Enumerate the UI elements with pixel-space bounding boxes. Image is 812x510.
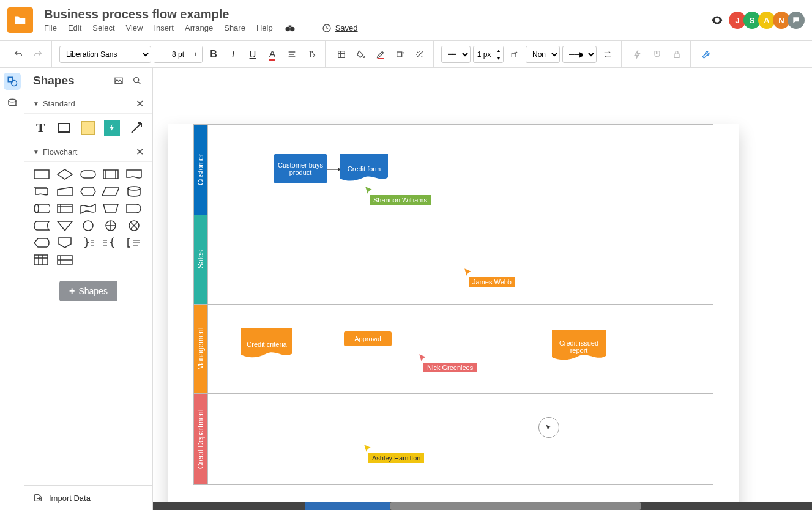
document-shape[interactable]	[125, 168, 143, 180]
lane-label[interactable]: Sales	[194, 215, 207, 304]
canvas[interactable]: Customer Customer buys product Credit fo…	[153, 68, 812, 510]
fill-color-button[interactable]	[352, 46, 370, 63]
lane-management[interactable]: Management Credit criteria Approval	[194, 305, 713, 394]
menu-select[interactable]: Select	[92, 23, 114, 32]
text-color-button[interactable]: A	[264, 46, 281, 63]
direct-data-shape[interactable]	[33, 202, 50, 215]
terminator-shape[interactable]	[80, 168, 97, 180]
search-shapes-button[interactable]	[130, 74, 144, 87]
offpage-shape[interactable]	[56, 237, 73, 249]
node-credit-issued[interactable]: Credit issued report	[552, 330, 606, 363]
font-size-input[interactable]	[166, 46, 190, 62]
image-library-button[interactable]	[112, 74, 125, 87]
arrow-start-select[interactable]: None	[526, 46, 560, 63]
brace-right-shape[interactable]	[80, 237, 97, 249]
manual-input-shape[interactable]	[56, 185, 73, 198]
note-shape[interactable]	[81, 120, 96, 136]
magic-button[interactable]	[411, 46, 428, 63]
connector-arrow[interactable]	[327, 166, 341, 172]
document-title[interactable]: Business process flow example	[44, 7, 710, 21]
underline-button[interactable]: U	[244, 46, 261, 63]
node-approval[interactable]: Approval	[344, 331, 392, 346]
page[interactable]: Customer Customer buys product Credit fo…	[168, 124, 739, 510]
font-size-stepper[interactable]: − +	[154, 46, 203, 63]
line-width-stepper[interactable]: ▲▼	[473, 46, 504, 63]
lane-customer[interactable]: Customer Customer buys product Credit fo…	[194, 125, 713, 215]
multi-doc-shape[interactable]	[33, 185, 50, 198]
or-shape[interactable]	[102, 220, 119, 232]
redo-button[interactable]	[29, 46, 47, 63]
menu-view[interactable]: View	[126, 23, 143, 32]
preparation-shape[interactable]	[80, 185, 97, 198]
note-bracket-shape[interactable]	[125, 237, 143, 249]
binoculars-icon[interactable]	[284, 23, 296, 34]
text-options-button[interactable]	[303, 46, 320, 63]
menu-arrange[interactable]: Arrange	[185, 23, 213, 32]
line-route-button[interactable]	[506, 46, 523, 63]
line-width-input[interactable]	[474, 50, 494, 59]
table-shape[interactable]	[33, 254, 50, 266]
line-style-select[interactable]: ━━	[441, 46, 471, 63]
lane-label[interactable]: Customer	[194, 125, 207, 215]
undo-button[interactable]	[10, 46, 27, 63]
app-logo[interactable]	[7, 7, 33, 33]
decision-shape[interactable]	[56, 168, 73, 180]
shapes-panel-button[interactable]	[4, 73, 21, 90]
layout-button[interactable]	[333, 46, 350, 63]
hotspot-shape[interactable]	[104, 120, 120, 136]
bold-button[interactable]: B	[205, 46, 222, 63]
increase-size-button[interactable]: +	[190, 46, 202, 62]
border-color-button[interactable]	[372, 46, 389, 63]
swimlane-container[interactable]: Customer Customer buys product Credit fo…	[193, 124, 713, 485]
menu-file[interactable]: File	[44, 23, 57, 32]
data-panel-button[interactable]	[4, 95, 21, 112]
database-shape[interactable]	[125, 185, 143, 198]
align-button[interactable]	[283, 46, 300, 63]
node-credit-criteria[interactable]: Credit criteria	[241, 328, 292, 361]
connector-shape[interactable]	[80, 220, 97, 232]
lane-label[interactable]: Management	[194, 305, 207, 393]
settings-button[interactable]	[698, 46, 715, 63]
text-shape[interactable]: T	[33, 120, 48, 136]
arrow-end-select[interactable]: ──▶	[562, 46, 597, 63]
summing-shape[interactable]	[125, 220, 143, 232]
menu-help[interactable]: Help	[256, 23, 273, 32]
lane-credit-department[interactable]: Credit Department Ashley Hamilton	[194, 394, 713, 484]
font-family-select[interactable]: Liberation Sans	[59, 46, 151, 63]
stored-data-shape[interactable]	[33, 220, 50, 232]
decrease-size-button[interactable]: −	[154, 46, 166, 62]
close-icon[interactable]: ✕	[136, 146, 144, 158]
lock-button[interactable]	[668, 46, 685, 63]
chat-button[interactable]	[788, 12, 805, 29]
data-shape[interactable]	[102, 185, 119, 198]
line-width-up[interactable]: ▲	[494, 46, 503, 54]
menu-edit[interactable]: Edit	[68, 23, 81, 32]
internal-storage-shape[interactable]	[56, 202, 73, 215]
node-customer-buys[interactable]: Customer buys product	[274, 154, 327, 183]
scroll-thumb[interactable]	[390, 502, 641, 510]
merge-shape[interactable]	[56, 220, 73, 232]
manual-loop-shape[interactable]	[102, 202, 119, 215]
present-icon[interactable]	[710, 13, 724, 27]
brace-left-shape[interactable]	[102, 237, 119, 249]
horizontal-scrollbar[interactable]	[153, 502, 812, 510]
magnet-button[interactable]	[649, 46, 666, 63]
standard-section-header[interactable]: ▼ Standard ✕	[24, 94, 152, 114]
italic-button[interactable]: I	[225, 46, 242, 63]
lane-sales[interactable]: Sales James Webb	[194, 215, 713, 305]
conditional-button[interactable]	[629, 46, 646, 63]
rect-shape[interactable]	[57, 120, 72, 136]
shape-options-button[interactable]	[392, 46, 409, 63]
close-icon[interactable]: ✕	[136, 98, 144, 109]
flowchart-section-header[interactable]: ▼ Flowchart ✕	[24, 142, 152, 162]
save-status[interactable]: Saved	[322, 23, 358, 33]
line-width-down[interactable]: ▼	[494, 54, 503, 62]
node-credit-form[interactable]: Credit form	[340, 154, 388, 183]
swimlane-h-shape[interactable]	[56, 254, 73, 266]
menu-insert[interactable]: Insert	[154, 23, 174, 32]
delay-shape[interactable]	[125, 202, 143, 215]
display-shape[interactable]	[33, 237, 50, 249]
shape-creation-hint[interactable]	[538, 417, 559, 438]
menu-share[interactable]: Share	[224, 23, 245, 32]
predefined-shape[interactable]	[102, 168, 119, 180]
